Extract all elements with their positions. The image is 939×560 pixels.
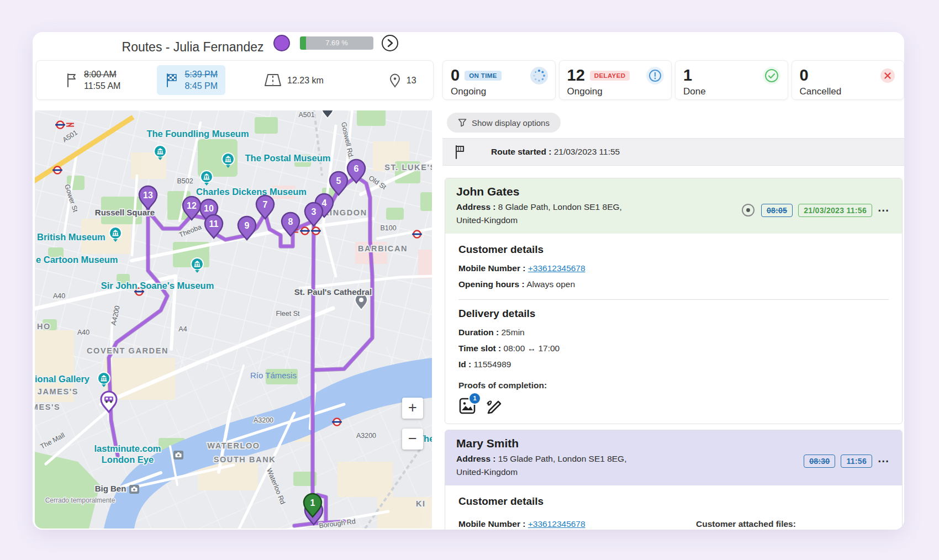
map-label: Charles Dickens Museum [196, 187, 307, 197]
page-title: Routes - Julia Fernandez [99, 40, 287, 55]
map-label: The Foundling Museum [146, 129, 249, 139]
stops-stat: 13 [389, 73, 416, 88]
stop-details: Customer details Mobile Number : +336123… [445, 485, 902, 530]
stop-marker-number: 5 [336, 176, 341, 186]
map-label: e Cartoon Museum [36, 255, 118, 265]
mobile-link[interactable]: +33612345678 [528, 519, 585, 529]
map[interactable]: The Foundling MuseumThe Postal MuseumCha… [35, 110, 432, 529]
address-label: Address : [456, 454, 496, 463]
map-label: MES'S [35, 403, 60, 411]
spinner-icon [530, 66, 548, 87]
map-label: A3200 [254, 416, 273, 424]
roundel-icon [311, 228, 321, 235]
roundel-icon [52, 167, 62, 174]
customer-details-heading: Customer details [458, 495, 889, 508]
cancelled-card: 0 Cancelled [792, 60, 905, 100]
map-label: Big Ben [95, 484, 126, 493]
end-time-stat: 5:39 PM 8:45 PM [157, 65, 225, 95]
checkered-flag-icon [165, 72, 179, 88]
delivery-details-heading: Delivery details [458, 308, 889, 320]
stop-header: Mary Smith Address : 15 Glade Path, Lond… [445, 430, 902, 485]
mobile-link[interactable]: +33612345678 [528, 263, 585, 273]
ontime-count: 0 [451, 66, 460, 84]
road-icon [264, 73, 282, 87]
actual-time-badge: 11:56 [841, 455, 872, 468]
app-window: Routes - Julia Fernandez 7.69 % 8:00 AM … [33, 32, 904, 530]
cancel-circle-icon [878, 66, 897, 87]
done-card: 1 Done [675, 60, 788, 100]
customer-details-heading: Customer details [458, 244, 889, 256]
stops-count: 13 [407, 75, 416, 86]
distance-stat: 12.23 km [264, 73, 324, 87]
proof-signature-button[interactable] [485, 397, 503, 415]
stop-marker-number: 12 [187, 201, 197, 210]
proof-photo-button[interactable]: 1 [458, 397, 476, 415]
address-line1: 8 Glade Path, London SE1 8EG, [498, 202, 622, 212]
address-line2: United-Kingdom [456, 215, 518, 225]
flag-icon [453, 144, 467, 160]
address-line1: 15 Glade Path, London SE1 8EG, [498, 454, 627, 463]
map-label: ST. LUKE'S [384, 163, 432, 172]
progress-label: 7.69 % [300, 36, 373, 50]
roundel-icon [332, 419, 342, 426]
map-label: KI [416, 499, 426, 508]
map-label: British Museum [37, 232, 105, 242]
map-label: Río Támesis [250, 371, 297, 380]
filter-icon [458, 118, 467, 127]
stop-name: Mary Smith [456, 437, 891, 450]
delayed-card: 12 DELAYED Ongoing [559, 60, 672, 100]
map-canvas: The Foundling MuseumThe Postal MuseumCha… [35, 110, 432, 529]
camera-icon [129, 485, 139, 494]
map-label: SOUTH BANK [214, 455, 276, 464]
address-label: Address : [456, 202, 496, 212]
attached-files-label: Customer attached files: [696, 518, 796, 530]
next-route-button[interactable] [382, 35, 398, 51]
stop-menu-button[interactable]: ⋯ [878, 205, 890, 216]
stop-marker-number: 6 [354, 164, 359, 173]
map-label: Fleet St [276, 310, 300, 318]
map-zoom-in-button[interactable]: + [402, 398, 423, 419]
map-label: B502 [177, 177, 193, 185]
map-label: London Eye [102, 455, 154, 464]
flag-icon [65, 72, 78, 88]
time-slot-label: Time slot : [458, 344, 501, 353]
status-cards: 0 ON TIME Ongoing 12 DELAYED [442, 60, 904, 100]
cancelled-count: 0 [800, 66, 809, 84]
map-label: Sir John Soane's Museum [101, 281, 214, 290]
show-display-options-button[interactable]: Show display options [447, 113, 561, 133]
duration-value: 25min [502, 327, 525, 337]
stop-marker-number: 4 [322, 198, 327, 208]
map-label: Cerrado temporalmente [45, 496, 115, 504]
camera-icon [173, 451, 183, 459]
map-zoom-out-button[interactable]: − [402, 429, 423, 450]
location-pin-icon [389, 73, 401, 88]
map-label: A40 [53, 292, 65, 300]
stop-marker-number: 11 [209, 219, 219, 229]
map-label: B100 [380, 224, 396, 232]
route-started-label: Route started : [491, 147, 551, 156]
map-label: St. Paul's Cathedral [294, 287, 372, 297]
actual-time-badge: 21/03/2023 11:56 [798, 204, 872, 217]
map-label: A4 [178, 325, 187, 333]
ontime-card: 0 ON TIME Ongoing [442, 60, 556, 100]
mobile-label: Mobile Number : [458, 519, 525, 529]
route-stats-bar: 8:00 AM 11:55 AM 5:39 PM 8:45 PM [36, 60, 434, 100]
duration-label: Duration : [458, 327, 499, 337]
stop-card-mary-smith[interactable]: Mary Smith Address : 15 Glade Path, Lond… [445, 430, 903, 530]
check-circle-icon [762, 66, 781, 87]
scheduled-time-badge: 08:30 [804, 455, 835, 468]
stop-card-john-gates[interactable]: John Gates Address : 8 Glade Path, Londo… [445, 178, 903, 424]
stop-marker-number: 9 [245, 221, 250, 230]
stop-marker-number: 13 [143, 191, 153, 200]
planned-end-time: 5:39 PM [184, 68, 218, 80]
divider [458, 299, 889, 300]
map-label: COVENT GARDEN [87, 346, 168, 355]
ontime-label: Ongoing [451, 86, 547, 97]
proofs-label: Proofs of completion: [458, 379, 889, 392]
map-label: ional Gallery [35, 374, 90, 384]
target-icon [741, 203, 756, 218]
map-label: WATERLOO [207, 441, 260, 450]
opening-hours-value: Always open [526, 279, 575, 289]
stop-marker-number: 10 [204, 204, 214, 213]
stop-menu-button[interactable]: ⋯ [878, 456, 890, 467]
